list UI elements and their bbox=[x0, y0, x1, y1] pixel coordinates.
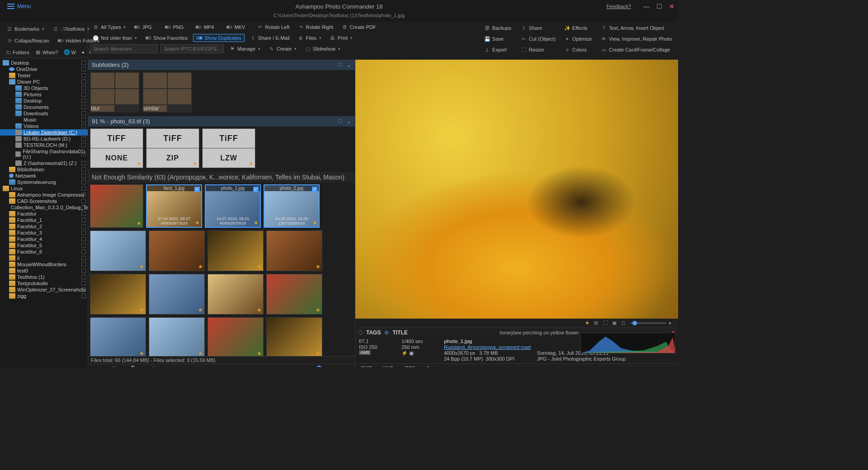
view-improve-button[interactable]: 👁View, Improve, Repair Photo bbox=[598, 35, 675, 43]
photo-thumb[interactable]: ★ bbox=[208, 274, 264, 315]
tree-checkbox[interactable] bbox=[81, 167, 86, 172]
tree-item[interactable]: Faceblur_2 bbox=[0, 223, 88, 230]
tree-item[interactable]: Faceblur_5 bbox=[0, 242, 88, 249]
tree-checkbox[interactable] bbox=[81, 218, 86, 222]
check-icon[interactable]: ✓ bbox=[312, 187, 317, 192]
info-tab-common[interactable]: Common bbox=[426, 366, 448, 367]
tree-item[interactable]: Videos bbox=[0, 123, 88, 129]
cut-button[interactable]: ✂Cut (Object) bbox=[518, 35, 559, 43]
star-icon[interactable]: ★ bbox=[137, 160, 142, 167]
tree-checkbox[interactable] bbox=[81, 124, 86, 128]
resize-button[interactable]: ⛶Resize bbox=[518, 46, 559, 54]
tree-item[interactable]: Dieser PC bbox=[0, 79, 88, 85]
chevron-down-icon[interactable]: ⌄ bbox=[346, 118, 351, 125]
tree-checkbox[interactable] bbox=[81, 205, 86, 210]
filter-jpg[interactable]: JPG bbox=[131, 24, 159, 31]
star-icon[interactable]: ★ bbox=[257, 263, 262, 270]
tree-checkbox[interactable] bbox=[81, 111, 86, 116]
photo-thumb[interactable]: ★ bbox=[266, 274, 322, 315]
folder-tree[interactable]: DesktopOneDriveTesterDieser PC3D Objects… bbox=[0, 60, 88, 367]
actual-size-icon[interactable]: ◻ bbox=[621, 320, 627, 326]
tree-checkbox[interactable] bbox=[81, 193, 86, 197]
minimize-button[interactable]: — bbox=[640, 0, 653, 13]
tree-checkbox[interactable] bbox=[81, 118, 86, 122]
tree-checkbox[interactable] bbox=[81, 174, 86, 178]
tree-item[interactable]: CAD-Screenshots bbox=[0, 198, 88, 204]
star-icon[interactable]: ★ bbox=[254, 220, 259, 226]
tree-checkbox[interactable] bbox=[81, 143, 86, 147]
expand-icon[interactable]: ⛶ bbox=[603, 320, 609, 326]
share-button[interactable]: ⇪Share bbox=[518, 24, 559, 32]
search-iptc-input[interactable] bbox=[160, 44, 224, 53]
files-dropdown[interactable]: 🗎Files bbox=[295, 34, 324, 42]
tree-item[interactable]: Desktop bbox=[0, 98, 88, 104]
effects-button[interactable]: ✨Effects bbox=[561, 24, 595, 32]
show-favorites-toggle[interactable]: Show Favorites bbox=[142, 34, 190, 42]
duplicate-thumb[interactable]: TiFFZIP★ bbox=[146, 128, 199, 168]
tree-item[interactable]: MouseWithoutBorders bbox=[0, 261, 88, 268]
view-list-icon[interactable]: ☐ bbox=[111, 365, 117, 367]
tree-checkbox[interactable] bbox=[81, 61, 86, 65]
tree-item[interactable]: FileSharing (\\ashsrvdata01) (U:) bbox=[0, 148, 88, 160]
photo-thumb[interactable]: ★ bbox=[266, 317, 322, 356]
tree-checkbox[interactable] bbox=[81, 161, 86, 165]
tree-checkbox[interactable] bbox=[81, 212, 86, 216]
star-icon[interactable]: ★ bbox=[316, 350, 321, 356]
feedback-link[interactable]: Feedback? bbox=[607, 4, 631, 9]
tree-item[interactable]: Netzwerk bbox=[0, 173, 88, 179]
tree-checkbox[interactable] bbox=[81, 237, 86, 241]
refresh-icon[interactable]: ⟳ bbox=[121, 365, 127, 367]
optimize-button[interactable]: ✦Optimize bbox=[561, 35, 595, 43]
slideshow-dropdown[interactable]: ▢Slideshow bbox=[302, 45, 343, 53]
tree-checkbox[interactable] bbox=[81, 180, 86, 184]
photo-thumb[interactable]: ★ bbox=[90, 184, 143, 228]
not-older-dropdown[interactable]: 🕐Not older than bbox=[90, 34, 140, 42]
photo-thumb[interactable]: face_1.jpg✓27.04.2022, 08:274480x5973x24… bbox=[146, 184, 202, 228]
star-icon[interactable]: ★ bbox=[257, 350, 262, 356]
photo-thumb[interactable]: ★ bbox=[208, 317, 264, 356]
photo-thumb[interactable]: ★ bbox=[90, 317, 146, 356]
checkbox-icon[interactable]: ☐ bbox=[337, 61, 344, 68]
check-icon[interactable]: ✓ bbox=[253, 187, 259, 192]
share-email-button[interactable]: ⇪Share / E-Mail bbox=[247, 34, 292, 42]
nav-back[interactable]: ◂ bbox=[79, 48, 86, 56]
photo-thumb[interactable]: ★ bbox=[90, 274, 146, 315]
testfotos-dropdown[interactable]: ☰..\Testfotos bbox=[50, 25, 92, 33]
tree-item[interactable]: Lokaler Datenträger (C:) bbox=[0, 129, 88, 136]
tree-checkbox[interactable] bbox=[81, 99, 86, 103]
card-frame-button[interactable]: ▭Create Card/Frame/Collage bbox=[598, 46, 673, 54]
maximize-button[interactable]: ☐ bbox=[653, 0, 665, 13]
close-button[interactable]: ✕ bbox=[665, 0, 678, 13]
create-dropdown[interactable]: ✎Create bbox=[266, 45, 299, 53]
favorite-icon[interactable]: ★ bbox=[585, 320, 591, 326]
print-dropdown[interactable]: 🖶Print bbox=[327, 34, 356, 42]
title-radio[interactable] bbox=[384, 330, 389, 335]
nav-first-icon[interactable]: ◂ bbox=[91, 365, 97, 367]
photo-thumb[interactable]: ★ bbox=[149, 317, 205, 356]
location-link[interactable]: Russland, Агрогородок, unnamed road bbox=[444, 344, 531, 350]
star-icon[interactable]: ★ bbox=[198, 307, 203, 313]
tree-checkbox[interactable] bbox=[81, 199, 86, 203]
tree-checkbox[interactable] bbox=[81, 287, 86, 292]
tree-item[interactable]: test0 bbox=[0, 268, 88, 274]
tree-item[interactable]: Faceblur_4 bbox=[0, 236, 88, 242]
tree-item[interactable]: Faceblur_3 bbox=[0, 230, 88, 236]
photo-thumb[interactable]: ★ bbox=[149, 274, 205, 315]
star-icon[interactable]: ★ bbox=[137, 220, 142, 226]
star-icon[interactable]: ★ bbox=[139, 263, 144, 270]
tab-when[interactable]: ▦When? bbox=[33, 48, 61, 56]
menu-button[interactable]: Menu bbox=[4, 2, 34, 10]
tree-checkbox[interactable] bbox=[81, 80, 86, 84]
tab-where[interactable]: 🌐W bbox=[61, 48, 78, 56]
filter-all-types[interactable]: ⚙All Types bbox=[90, 23, 128, 31]
star-icon[interactable]: ★ bbox=[312, 220, 317, 226]
tree-checkbox[interactable] bbox=[81, 268, 86, 273]
tree-item[interactable]: Documents bbox=[0, 104, 88, 110]
collaps-rescan-button[interactable]: ⟳Collaps/Rescan bbox=[4, 37, 52, 45]
info-tab-xmp[interactable]: XMP bbox=[382, 366, 393, 367]
tree-checkbox[interactable] bbox=[81, 105, 86, 109]
section-notsim-header[interactable]: Not Enough Similarity (63) (Агрогородок,… bbox=[88, 172, 355, 183]
star-icon[interactable]: ★ bbox=[198, 350, 203, 356]
photo-thumb[interactable]: ★ bbox=[266, 230, 322, 271]
tree-checkbox[interactable] bbox=[81, 275, 86, 279]
